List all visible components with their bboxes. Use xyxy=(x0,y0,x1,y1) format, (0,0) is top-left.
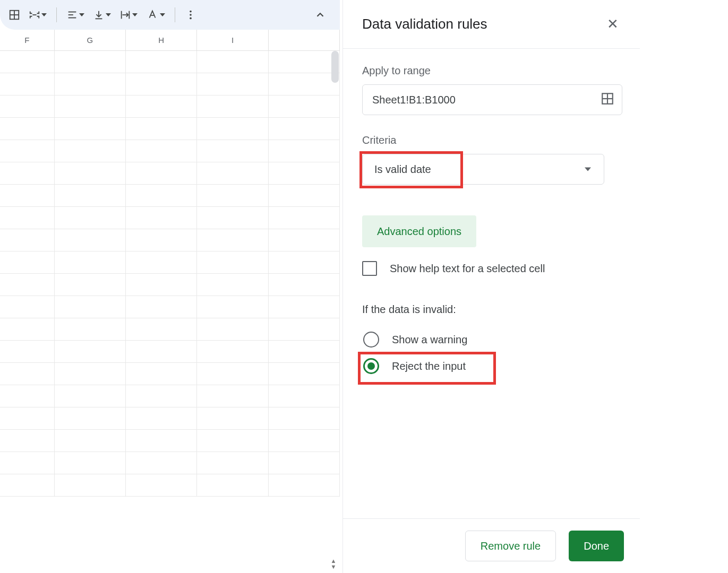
column-header[interactable] xyxy=(269,30,340,50)
grid-cell[interactable] xyxy=(126,96,197,117)
grid-cell[interactable] xyxy=(197,73,268,95)
grid-cell[interactable] xyxy=(126,118,197,140)
grid-cell[interactable] xyxy=(269,341,340,362)
grid-cell[interactable] xyxy=(55,118,126,140)
grid-cell[interactable] xyxy=(126,474,197,496)
grid-cell[interactable] xyxy=(55,207,126,229)
grid-cell[interactable] xyxy=(0,430,55,452)
remove-rule-button[interactable]: Remove rule xyxy=(465,531,556,561)
grid-cell[interactable] xyxy=(126,363,197,385)
grid-cell[interactable] xyxy=(0,162,55,184)
grid-cell[interactable] xyxy=(0,318,55,340)
grid-cell[interactable] xyxy=(55,51,126,73)
grid-cell[interactable] xyxy=(269,229,340,251)
scroll-arrows[interactable]: ▲▼ xyxy=(328,558,339,570)
done-button[interactable]: Done xyxy=(569,531,624,561)
text-rotate-button[interactable] xyxy=(143,5,168,24)
borders-button[interactable] xyxy=(5,5,23,24)
vertical-align-button[interactable] xyxy=(90,5,114,24)
grid-cell[interactable] xyxy=(55,140,126,162)
grid-cell[interactable] xyxy=(197,296,268,318)
grid-cell[interactable] xyxy=(126,407,197,429)
radio-unchecked-icon[interactable] xyxy=(363,332,379,348)
grid-cell[interactable] xyxy=(0,385,55,407)
grid-cell[interactable] xyxy=(269,430,340,452)
grid-cell[interactable] xyxy=(269,118,340,140)
grid-cell[interactable] xyxy=(0,207,55,229)
grid-cell[interactable] xyxy=(0,274,55,296)
grid-cell[interactable] xyxy=(269,385,340,407)
grid-cell[interactable] xyxy=(55,73,126,95)
grid-cell[interactable] xyxy=(197,140,268,162)
grid-cell[interactable] xyxy=(126,341,197,362)
grid-cell[interactable] xyxy=(0,296,55,318)
select-range-icon[interactable] xyxy=(601,92,614,108)
grid-cell[interactable] xyxy=(269,96,340,117)
radio-show-warning[interactable]: Show a warning xyxy=(362,326,621,353)
grid-cell[interactable] xyxy=(269,73,340,95)
grid-cell[interactable] xyxy=(197,430,268,452)
close-icon[interactable]: ✕ xyxy=(603,14,623,34)
grid-cell[interactable] xyxy=(126,140,197,162)
grid-cell[interactable] xyxy=(126,430,197,452)
grid-cell[interactable] xyxy=(197,274,268,296)
grid-cell[interactable] xyxy=(55,96,126,117)
grid-cell[interactable] xyxy=(197,474,268,496)
grid-cell[interactable] xyxy=(55,185,126,206)
collapse-toolbar-button[interactable] xyxy=(311,5,329,24)
grid-cell[interactable] xyxy=(126,162,197,184)
grid-cell[interactable] xyxy=(269,185,340,206)
grid-cell[interactable] xyxy=(197,251,268,273)
text-wrap-button[interactable] xyxy=(116,5,141,24)
grid-cell[interactable] xyxy=(197,118,268,140)
grid-cell[interactable] xyxy=(55,296,126,318)
merge-cells-button[interactable] xyxy=(25,5,50,24)
radio-reject-input[interactable]: Reject the input xyxy=(362,353,621,379)
column-header[interactable]: H xyxy=(126,30,197,50)
grid-cell[interactable] xyxy=(55,251,126,273)
grid-cell[interactable] xyxy=(197,229,268,251)
grid-cell[interactable] xyxy=(55,474,126,496)
grid-cell[interactable] xyxy=(269,474,340,496)
grid-cell[interactable] xyxy=(197,162,268,184)
grid-cell[interactable] xyxy=(0,363,55,385)
grid-cell[interactable] xyxy=(269,363,340,385)
column-header[interactable]: I xyxy=(197,30,268,50)
grid-cell[interactable] xyxy=(0,73,55,95)
checkbox-unchecked-icon[interactable] xyxy=(362,261,377,276)
grid-cell[interactable] xyxy=(55,430,126,452)
column-header[interactable]: G xyxy=(55,30,126,50)
vertical-scrollbar-thumb[interactable] xyxy=(331,51,339,83)
grid-cell[interactable] xyxy=(0,229,55,251)
grid-cell[interactable] xyxy=(197,407,268,429)
grid-cell[interactable] xyxy=(55,363,126,385)
grid-cell[interactable] xyxy=(55,162,126,184)
show-help-text-row[interactable]: Show help text for a selected cell xyxy=(362,261,621,276)
grid-cell[interactable] xyxy=(269,140,340,162)
grid-cell[interactable] xyxy=(126,229,197,251)
grid-cell[interactable] xyxy=(126,385,197,407)
grid-cell[interactable] xyxy=(126,296,197,318)
grid-cell[interactable] xyxy=(0,118,55,140)
grid-cell[interactable] xyxy=(269,251,340,273)
column-header[interactable]: F xyxy=(0,30,55,50)
grid-cell[interactable] xyxy=(55,229,126,251)
grid-cell[interactable] xyxy=(126,274,197,296)
grid-cell[interactable] xyxy=(126,185,197,206)
grid-cell[interactable] xyxy=(0,140,55,162)
grid-cell[interactable] xyxy=(0,452,55,474)
grid-cell[interactable] xyxy=(55,407,126,429)
more-options-button[interactable] xyxy=(182,5,200,24)
grid-cell[interactable] xyxy=(269,407,340,429)
grid-cell[interactable] xyxy=(126,318,197,340)
grid-cell[interactable] xyxy=(126,51,197,73)
grid-cell[interactable] xyxy=(269,318,340,340)
criteria-dropdown[interactable]: Is valid date xyxy=(362,154,604,185)
grid-cell[interactable] xyxy=(126,452,197,474)
grid-cell[interactable] xyxy=(55,318,126,340)
grid-cell[interactable] xyxy=(197,51,268,73)
grid-cell[interactable] xyxy=(269,296,340,318)
horizontal-align-button[interactable] xyxy=(63,5,88,24)
grid-cell[interactable] xyxy=(55,274,126,296)
grid-cell[interactable] xyxy=(197,96,268,117)
